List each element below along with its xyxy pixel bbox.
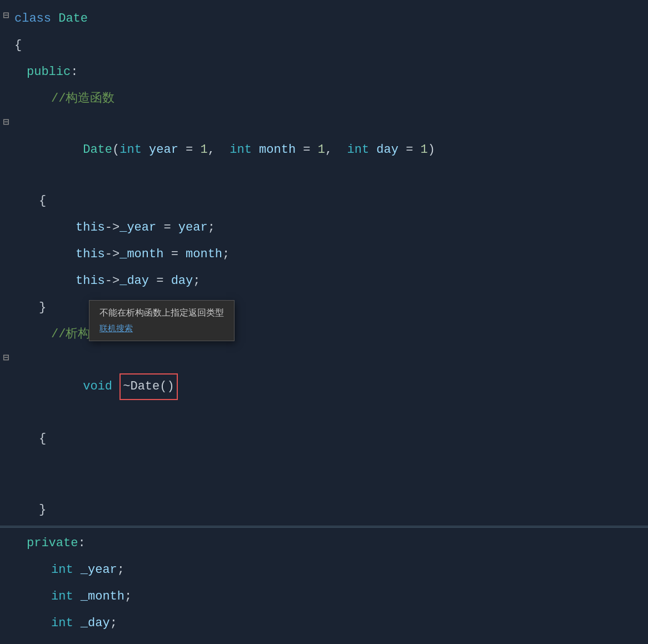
fold-gutter [0,87,12,89]
colon: : [71,65,78,79]
member-month: _month [81,590,124,603]
code-line: //构造函数 [0,86,648,112]
op: = [149,274,171,288]
online-search-link[interactable]: 联机搜索 [99,323,224,334]
line-content: } [37,498,648,522]
number: 1 [318,143,325,157]
line-content: public: [24,60,648,84]
code-line: int _month; [0,583,648,610]
op: = [178,143,201,157]
param: month [186,247,222,261]
line-content: } ; [12,638,648,644]
member: _month [119,247,163,261]
param: month [259,143,296,157]
param: year [178,221,208,234]
line-content: int _day; [24,611,648,636]
op: = [163,247,186,261]
indent [27,327,51,341]
op [142,143,149,157]
number: 1 [200,143,207,157]
op: = [296,143,318,157]
member-day: _day [81,616,110,630]
member-year: _year [81,563,117,577]
code-line: { [0,426,648,452]
fold-gutter [0,60,12,62]
indent [27,590,51,603]
op: = [398,143,421,157]
op [73,616,81,630]
line-content: Date(int year = 1, int month = 1, int da… [24,113,648,187]
class-name: Date [58,12,88,26]
line-content: private: [24,531,648,556]
op: -> [105,221,119,234]
op: , [325,143,347,157]
constructor-name: Date [83,143,112,157]
this-keyword: this [76,247,105,261]
indent [27,563,51,577]
op [252,143,259,157]
code-line: { [0,32,648,59]
fold-minus-icon[interactable]: ⊟ [3,351,9,363]
line-content: this->_day = day; [37,269,648,293]
line-content: { [12,33,648,58]
fold-gutter [0,638,12,640]
this-keyword: this [76,221,105,234]
op: -> [105,274,119,288]
line-content: { [37,427,648,451]
destructor-box: ~Date() [119,373,177,400]
number: 1 [421,143,428,157]
code-line: } [0,497,648,523]
code-line: int _day; [0,610,648,637]
fold-gutter[interactable]: ⊟ [0,7,12,21]
indent [27,616,51,630]
brace: { [14,38,22,52]
code-line: public: [0,59,648,86]
keyword-int: int [119,143,142,157]
code-line: ⊟ class Date [0,6,648,32]
keyword-int: int [230,143,252,157]
member: _year [119,221,156,234]
fold-gutter [0,296,12,298]
code-line: ⊟ Date(int year = 1, int month = 1, int … [0,112,648,188]
code-line: this->_year = year; [0,214,648,241]
param: day [376,143,398,157]
keyword-int: int [347,143,370,157]
fold-gutter [0,33,12,36]
op: ; [124,590,132,603]
op: = [156,221,178,234]
line-content: this->_month = month; [37,242,648,267]
op: -> [105,247,119,261]
fold-gutter[interactable]: ⊟ [0,349,12,363]
separator [0,526,648,528]
op [73,590,81,603]
op [73,563,81,577]
param: year [149,143,178,157]
param: day [171,274,193,288]
code-line: } ; [0,637,648,644]
indent [39,247,76,261]
keyword-class: class [14,12,51,26]
line-content: int _year; [24,558,648,582]
keyword-void: void [83,380,112,393]
code-editor: ⊟ class Date { public: //构造函数 ⊟ Date(int… [0,0,648,644]
code-line: int _year; [0,557,648,583]
fold-minus-icon[interactable]: ⊟ [3,116,9,128]
indent [39,274,76,288]
op: ; [222,247,230,261]
line-content: { [37,189,648,213]
line-content: class Date [12,7,648,31]
fold-gutter[interactable]: ⊟ [0,113,12,128]
keyword-int: int [51,590,73,603]
error-message: 不能在析构函数上指定返回类型 [99,307,224,319]
op [112,380,119,393]
code-line: this->_day = day; [0,268,648,294]
op: , [208,143,230,157]
fold-gutter [0,216,12,218]
fold-gutter [0,611,12,613]
code-line: this->_month = month; [0,241,648,268]
op: ( [112,143,119,157]
fold-minus-icon[interactable]: ⊟ [3,9,9,21]
op [369,143,376,157]
fold-gutter [0,189,12,191]
fold-gutter [0,242,12,244]
